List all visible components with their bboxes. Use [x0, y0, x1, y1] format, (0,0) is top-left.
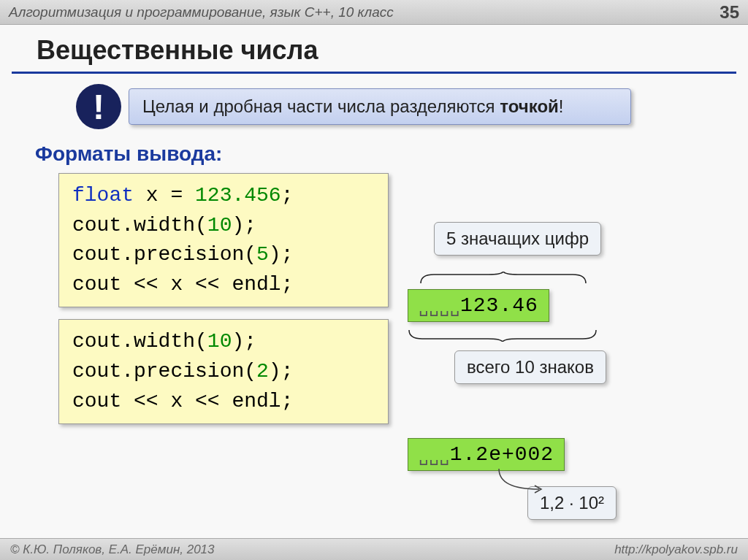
note-box: ! Целая и дробная части числа разделяютс…: [76, 84, 631, 129]
note-text-a: Целая и дробная части числа разделяются: [142, 96, 500, 116]
subtitle: Форматы вывода:: [35, 142, 748, 166]
exclamation-icon: !: [76, 84, 121, 129]
callout-total-width: всего 10 знаков: [454, 350, 606, 384]
output-1: ␣␣␣␣123.46: [408, 289, 549, 322]
footer-left: © К.Ю. Поляков, Е.А. Ерёмин, 2013: [10, 542, 215, 557]
header-bar: Алгоритмизация и программирование, язык …: [0, 0, 748, 25]
note-text: Целая и дробная части числа разделяются …: [129, 88, 631, 125]
callout-significant-digits: 5 значащих цифр: [434, 222, 601, 256]
course-title: Алгоритмизация и программирование, язык …: [9, 4, 394, 20]
output-2: ␣␣␣1.2e+002: [408, 438, 565, 471]
page-number: 35: [720, 2, 739, 23]
code-block-1: float x = 123.456; cout.width(10); cout.…: [58, 173, 389, 307]
footer-right: http://kpolyakov.spb.ru: [614, 542, 738, 557]
page-title: Вещественные числа: [12, 25, 736, 74]
code-block-2: cout.width(10); cout.precision(2); cout …: [58, 319, 389, 424]
arrow-icon: [495, 467, 568, 496]
note-text-b: точкой: [500, 96, 559, 116]
brace-top-icon: [419, 272, 587, 285]
note-text-c: !: [559, 96, 564, 116]
brace-bottom-icon: [408, 329, 598, 342]
footer-bar: © К.Ю. Поляков, Е.А. Ерёмин, 2013 http:/…: [0, 538, 748, 560]
